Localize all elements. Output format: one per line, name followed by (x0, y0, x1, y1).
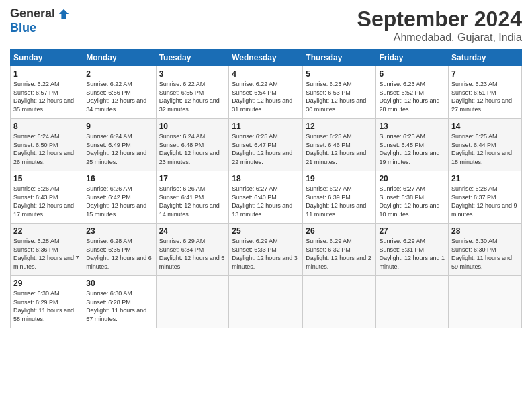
table-row: 16 Sunrise: 6:26 AM Sunset: 6:42 PM Dayl… (83, 171, 156, 224)
logo-text: General (10, 7, 70, 21)
table-row (376, 276, 449, 328)
table-row: 26 Sunrise: 6:29 AM Sunset: 6:32 PM Dayl… (303, 224, 376, 276)
day-number: 27 (379, 226, 445, 236)
day-number: 22 (13, 226, 80, 236)
day-info: Sunrise: 6:22 AM Sunset: 6:57 PM Dayligh… (13, 81, 74, 113)
calendar-week-3: 15 Sunrise: 6:26 AM Sunset: 6:43 PM Dayl… (11, 171, 522, 224)
page-header: General Blue September 2024 Ahmedabad, G… (10, 7, 522, 44)
location: Ahmedabad, Gujarat, India (357, 32, 522, 44)
table-row: 30 Sunrise: 6:30 AM Sunset: 6:28 PM Dayl… (83, 276, 156, 328)
logo: General Blue (10, 7, 70, 35)
table-row: 8 Sunrise: 6:24 AM Sunset: 6:50 PM Dayli… (11, 119, 83, 171)
day-info: Sunrise: 6:30 AM Sunset: 6:29 PM Dayligh… (13, 290, 74, 322)
table-row: 28 Sunrise: 6:30 AM Sunset: 6:30 PM Dayl… (449, 224, 522, 276)
day-number: 21 (451, 174, 519, 183)
col-monday: Monday (83, 50, 156, 66)
day-info: Sunrise: 6:27 AM Sunset: 6:40 PM Dayligh… (232, 185, 292, 218)
day-info: Sunrise: 6:25 AM Sunset: 6:45 PM Dayligh… (379, 133, 439, 165)
table-row: 27 Sunrise: 6:29 AM Sunset: 6:31 PM Dayl… (376, 224, 449, 276)
table-row (156, 276, 229, 328)
day-number: 17 (159, 174, 226, 183)
day-number: 9 (86, 122, 152, 131)
col-tuesday: Tuesday (156, 50, 229, 66)
day-info: Sunrise: 6:28 AM Sunset: 6:35 PM Dayligh… (86, 238, 152, 270)
logo-icon (58, 8, 70, 20)
page-container: General Blue September 2024 Ahmedabad, G… (0, 0, 532, 335)
day-info: Sunrise: 6:22 AM Sunset: 6:55 PM Dayligh… (159, 81, 220, 113)
day-info: Sunrise: 6:29 AM Sunset: 6:33 PM Dayligh… (232, 238, 298, 270)
col-thursday: Thursday (303, 50, 376, 66)
day-number: 1 (13, 69, 80, 79)
table-row: 1 Sunrise: 6:22 AM Sunset: 6:57 PM Dayli… (11, 66, 83, 119)
table-row: 25 Sunrise: 6:29 AM Sunset: 6:33 PM Dayl… (229, 224, 303, 276)
table-row (303, 276, 376, 328)
day-number: 5 (306, 69, 373, 79)
col-friday: Friday (376, 50, 449, 66)
table-row: 4 Sunrise: 6:22 AM Sunset: 6:54 PM Dayli… (229, 66, 303, 119)
day-number: 24 (159, 226, 226, 236)
day-info: Sunrise: 6:28 AM Sunset: 6:36 PM Dayligh… (13, 238, 79, 270)
day-number: 20 (379, 174, 445, 183)
day-info: Sunrise: 6:23 AM Sunset: 6:52 PM Dayligh… (379, 81, 439, 113)
table-row: 10 Sunrise: 6:24 AM Sunset: 6:48 PM Dayl… (156, 119, 229, 171)
day-number: 18 (232, 174, 300, 183)
day-number: 15 (13, 174, 80, 183)
table-row: 6 Sunrise: 6:23 AM Sunset: 6:52 PM Dayli… (376, 66, 449, 119)
day-info: Sunrise: 6:28 AM Sunset: 6:37 PM Dayligh… (451, 185, 517, 218)
calendar-week-1: 1 Sunrise: 6:22 AM Sunset: 6:57 PM Dayli… (11, 66, 522, 119)
day-number: 4 (232, 69, 300, 79)
table-row: 22 Sunrise: 6:28 AM Sunset: 6:36 PM Dayl… (11, 224, 83, 276)
table-row: 18 Sunrise: 6:27 AM Sunset: 6:40 PM Dayl… (229, 171, 303, 224)
table-row: 9 Sunrise: 6:24 AM Sunset: 6:49 PM Dayli… (83, 119, 156, 171)
day-number: 3 (159, 69, 226, 79)
table-row: 5 Sunrise: 6:23 AM Sunset: 6:53 PM Dayli… (303, 66, 376, 119)
table-row: 12 Sunrise: 6:25 AM Sunset: 6:46 PM Dayl… (303, 119, 376, 171)
table-row: 17 Sunrise: 6:26 AM Sunset: 6:41 PM Dayl… (156, 171, 229, 224)
day-info: Sunrise: 6:24 AM Sunset: 6:48 PM Dayligh… (159, 133, 220, 165)
calendar-week-4: 22 Sunrise: 6:28 AM Sunset: 6:36 PM Dayl… (11, 224, 522, 276)
day-info: Sunrise: 6:29 AM Sunset: 6:32 PM Dayligh… (306, 238, 371, 270)
day-number: 30 (86, 279, 152, 288)
table-row: 19 Sunrise: 6:27 AM Sunset: 6:39 PM Dayl… (303, 171, 376, 224)
day-info: Sunrise: 6:26 AM Sunset: 6:41 PM Dayligh… (159, 185, 220, 218)
day-info: Sunrise: 6:25 AM Sunset: 6:46 PM Dayligh… (306, 133, 366, 165)
table-row: 2 Sunrise: 6:22 AM Sunset: 6:56 PM Dayli… (83, 66, 156, 119)
day-info: Sunrise: 6:30 AM Sunset: 6:28 PM Dayligh… (86, 290, 146, 322)
day-number: 25 (232, 226, 300, 236)
table-row (449, 276, 522, 328)
day-info: Sunrise: 6:25 AM Sunset: 6:44 PM Dayligh… (451, 133, 512, 165)
day-info: Sunrise: 6:23 AM Sunset: 6:53 PM Dayligh… (306, 81, 366, 113)
day-info: Sunrise: 6:24 AM Sunset: 6:49 PM Dayligh… (86, 133, 146, 165)
title-block: September 2024 Ahmedabad, Gujarat, India (357, 7, 522, 44)
day-info: Sunrise: 6:25 AM Sunset: 6:47 PM Dayligh… (232, 133, 292, 165)
calendar-week-5: 29 Sunrise: 6:30 AM Sunset: 6:29 PM Dayl… (11, 276, 522, 328)
table-row: 20 Sunrise: 6:27 AM Sunset: 6:38 PM Dayl… (376, 171, 449, 224)
day-number: 19 (306, 174, 373, 183)
table-row (229, 276, 303, 328)
table-row: 21 Sunrise: 6:28 AM Sunset: 6:37 PM Dayl… (449, 171, 522, 224)
day-info: Sunrise: 6:24 AM Sunset: 6:50 PM Dayligh… (13, 133, 74, 165)
day-info: Sunrise: 6:23 AM Sunset: 6:51 PM Dayligh… (451, 81, 512, 113)
day-number: 16 (86, 174, 152, 183)
logo-blue: Blue (10, 21, 36, 35)
table-row: 24 Sunrise: 6:29 AM Sunset: 6:34 PM Dayl… (156, 224, 229, 276)
day-number: 13 (379, 122, 445, 131)
day-number: 8 (13, 122, 80, 131)
day-number: 10 (159, 122, 226, 131)
day-info: Sunrise: 6:22 AM Sunset: 6:54 PM Dayligh… (232, 81, 292, 113)
day-number: 12 (306, 122, 373, 131)
month-title: September 2024 (357, 7, 522, 32)
day-number: 11 (232, 122, 300, 131)
table-row: 15 Sunrise: 6:26 AM Sunset: 6:43 PM Dayl… (11, 171, 83, 224)
day-info: Sunrise: 6:30 AM Sunset: 6:30 PM Dayligh… (451, 238, 512, 270)
day-number: 23 (86, 226, 152, 236)
day-number: 29 (13, 279, 80, 288)
table-row: 14 Sunrise: 6:25 AM Sunset: 6:44 PM Dayl… (449, 119, 522, 171)
calendar-table: Sunday Monday Tuesday Wednesday Thursday… (10, 49, 522, 328)
logo-general: General (10, 7, 55, 21)
day-info: Sunrise: 6:27 AM Sunset: 6:38 PM Dayligh… (379, 185, 439, 218)
day-number: 28 (451, 226, 519, 236)
col-sunday: Sunday (11, 50, 83, 66)
calendar-week-2: 8 Sunrise: 6:24 AM Sunset: 6:50 PM Dayli… (11, 119, 522, 171)
day-number: 2 (86, 69, 152, 79)
